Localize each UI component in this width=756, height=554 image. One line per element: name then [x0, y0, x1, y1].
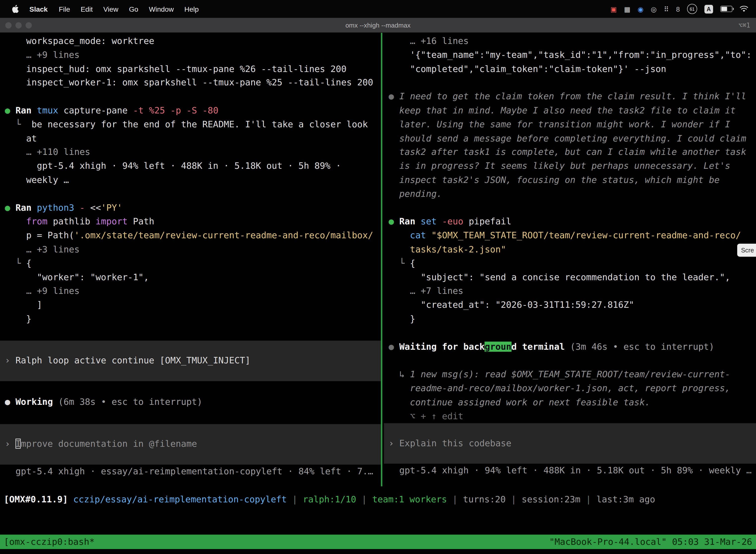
prompt-row[interactable]: › Ralph loop active continue [OMX_TMUX_I…	[0, 340, 381, 381]
screen-recording-icon[interactable]: ▣	[611, 4, 617, 14]
menu-go[interactable]: Go	[124, 5, 144, 13]
terminal-line: from pathlib import Path	[0, 215, 381, 229]
terminal-line: └ be necessary for the end of the README…	[0, 118, 381, 131]
menu-help[interactable]: Help	[179, 5, 204, 13]
text-segment: readme-and-reco/mailbox/worker-1.json, a…	[389, 383, 730, 393]
text-segment: weekly …	[5, 175, 69, 185]
text-segment: Ralph loop active continue [OMX_TMUX_INJ…	[16, 355, 251, 365]
terminal-line: pending.	[384, 187, 756, 201]
traffic-lights	[0, 22, 32, 28]
text-segment: tasks/task-2.json"	[389, 244, 506, 255]
text-segment: Ran	[399, 216, 421, 227]
text-segment: |	[356, 494, 372, 504]
omx-status-line: [OMX#0.11.9] cczip/essay/ai-reimplementa…	[4, 493, 655, 507]
wifi-icon[interactable]	[740, 5, 748, 12]
text-segment: '.omx/state/team/review-current-readme-a…	[74, 230, 373, 240]
text-segment: … +9 lines	[5, 286, 79, 296]
terminal[interactable]: workspace_mode: worktree … +9 lines insp…	[0, 33, 756, 554]
menu-window[interactable]: Window	[144, 5, 179, 13]
apple-logo-icon[interactable]	[7, 5, 23, 13]
terminal-line: weekly …	[0, 173, 381, 187]
terminal-line: readme-and-reco/mailbox/worker-1.json, a…	[384, 382, 756, 395]
terminal-line: later. Using the same for transition mig…	[384, 118, 756, 131]
prompt-row[interactable]: › Explain this codebase	[384, 423, 756, 464]
terminal-pane-left[interactable]: workspace_mode: worktree … +9 lines insp…	[0, 33, 381, 478]
text-segment	[5, 216, 26, 227]
active-app-name[interactable]: Slack	[23, 5, 53, 13]
input-source-icon[interactable]: A	[704, 4, 713, 13]
text-segment: ●	[5, 203, 15, 213]
text-segment: ›	[389, 438, 399, 448]
slim-app-icon[interactable]: 8	[676, 4, 680, 14]
prompt-row[interactable]: › Improve documentation in @filename	[0, 424, 381, 464]
badge-61-icon[interactable]: 61	[687, 4, 697, 14]
text-segment: pathlib	[48, 216, 96, 227]
terminal-line	[384, 326, 756, 340]
terminal-line: inspect_worker-1: omx sparkshell --tmux-…	[0, 76, 381, 90]
terminal-line: ● I need to get the claim token from the…	[384, 90, 756, 104]
pane-divider[interactable]	[381, 33, 382, 486]
close-button[interactable]	[5, 22, 11, 28]
text-segment: 'PY'	[101, 203, 122, 213]
text-segment: is in progress? It seems likely but perh…	[389, 161, 730, 171]
zoom-button[interactable]	[25, 22, 32, 28]
terminal-line: ● Ran set -euo pipefail	[384, 215, 756, 229]
text-segment: {	[410, 258, 416, 268]
terminal-line: inspect_hud: omx sparkshell --tmux-pane …	[0, 62, 381, 76]
text-segment: mprove documentation in @filename	[21, 439, 197, 449]
text-segment: should send a message before completing …	[389, 133, 746, 143]
text-segment: "$OMX_TEAM_STATE_ROOT/team/review-curren…	[431, 230, 741, 240]
text-segment: ›	[5, 439, 15, 449]
text-segment: gpt-5.4 xhigh · 94% left · 488K in · 5.1…	[5, 161, 341, 171]
terminal-line: … +7 lines	[384, 284, 756, 298]
text-segment: pipefail	[469, 216, 511, 227]
terminal-pane-right[interactable]: … +16 lines '{"team_name":"my-team","tas…	[384, 33, 756, 478]
text-segment: -t %25 -p -S -80	[133, 105, 218, 115]
terminal-line: gpt-5.4 xhigh · 94% left · 488K in · 5.1…	[0, 159, 381, 173]
dark-app-icon[interactable]: ◎	[651, 4, 657, 14]
terminal-gap	[0, 381, 381, 395]
dots-grid-icon[interactable]: ⠿	[664, 4, 669, 14]
text-segment: -euo	[442, 216, 469, 227]
text-segment: Explain this codebase	[399, 438, 511, 448]
menu-file[interactable]: File	[54, 5, 75, 13]
text-segment: … +3 lines	[5, 244, 79, 255]
battery-charge-level	[721, 7, 727, 11]
terminal-line: tasks/task-2.json"	[384, 243, 756, 257]
text-segment: cat	[410, 230, 431, 240]
window-title-bar: omx --xhigh --madmax ⌥⌘1	[0, 18, 756, 33]
terminal-line: "created_at": "2026-03-31T11:59:27.816Z"	[384, 298, 756, 312]
text-segment: workspace_mode: worktree	[5, 36, 154, 46]
text-segment: ]	[5, 299, 42, 310]
text-segment: task2 after task1 is complete, but can I…	[389, 147, 746, 157]
text-segment: pending.	[389, 189, 442, 199]
text-segment: last:3m ago	[596, 494, 655, 504]
terminal-gap	[0, 409, 381, 424]
text-segment: tmux	[37, 105, 64, 115]
screen: Slack File Edit View Go Window Help ▣▦◉◎…	[0, 0, 756, 554]
text-segment: continue assigned work or next feasible …	[389, 397, 650, 407]
text-segment: Ran	[16, 203, 37, 213]
text-segment: cczip/essay/ai-reimplementation-copyleft	[73, 494, 287, 504]
text-segment: from	[26, 216, 48, 227]
text-segment: be necessary for the end of the README. …	[32, 119, 368, 129]
text-segment: turns:20	[463, 494, 506, 504]
text-segment: session:23m	[522, 494, 580, 504]
text-segment	[68, 494, 73, 504]
menu-edit[interactable]: Edit	[75, 5, 98, 13]
text-segment: '{"team_name":"my-team","task_id":"1","f…	[389, 50, 752, 60]
keyboard-grid-icon[interactable]: ▦	[624, 4, 630, 14]
terminal-line: should send a message before completing …	[384, 131, 756, 146]
terminal-line: ● Ran tmux capture-pane -t %25 -p -S -80	[0, 104, 381, 118]
minimize-button[interactable]	[15, 22, 21, 28]
text-segment: ●	[5, 396, 15, 406]
blue-app-icon[interactable]: ◉	[638, 4, 644, 14]
terminal-line	[384, 201, 756, 215]
battery-icon[interactable]	[720, 6, 733, 12]
terminal-line: … +9 lines	[0, 284, 381, 298]
text-segment: |	[580, 494, 596, 504]
menu-left: Slack File Edit View Go Window Help	[0, 5, 204, 13]
menu-view[interactable]: View	[98, 5, 124, 13]
text-segment: at	[5, 133, 37, 143]
text-segment: I need to get the claim token from the c…	[399, 91, 746, 102]
